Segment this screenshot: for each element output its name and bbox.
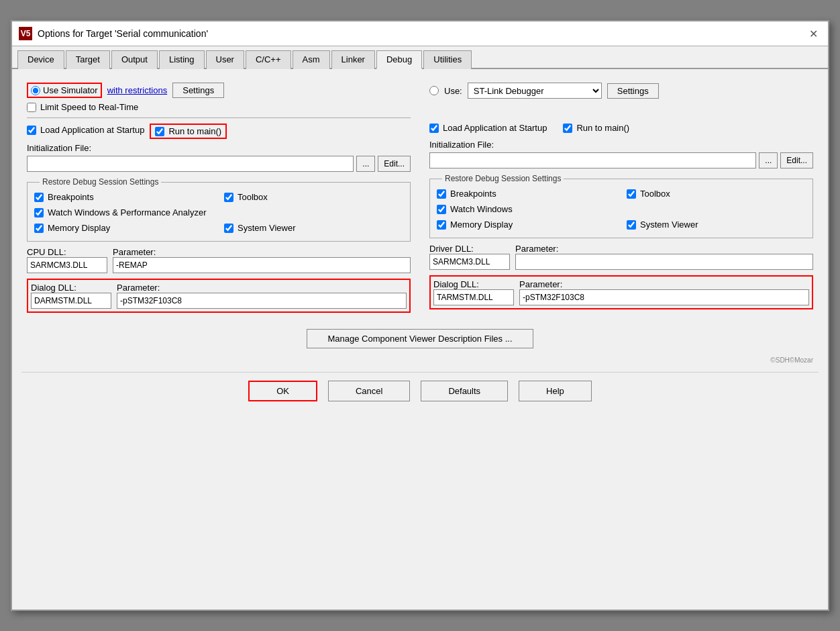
use-simulator-label: Use Simulator <box>43 85 98 95</box>
left-dialog-dll-input[interactable] <box>31 293 111 309</box>
right-restore-checkboxes: Breakpoints Toolbox Watch Windows <box>437 189 806 232</box>
tab-bar: Device Target Output Listing User C/C++ … <box>12 46 828 69</box>
right-use-label: Use: <box>444 86 462 96</box>
right-use-row: Use: ST-Link Debugger Settings <box>429 83 813 99</box>
left-load-app-row: Load Application at Startup <box>27 125 144 135</box>
right-toolbox-label: Toolbox <box>640 189 670 199</box>
left-cpu-dll-label: CPU DLL: <box>27 247 107 257</box>
manage-component-button[interactable]: Manage Component Viewer Description File… <box>307 329 533 348</box>
tab-debug[interactable]: Debug <box>376 50 422 69</box>
with-restrictions-link[interactable]: with restrictions <box>107 85 168 95</box>
right-load-app-checkbox[interactable] <box>429 124 439 133</box>
left-init-file-row: ... Edit... <box>27 156 411 172</box>
help-button[interactable]: Help <box>519 381 592 401</box>
left-browse-button[interactable]: ... <box>356 156 375 172</box>
left-system-viewer-checkbox[interactable] <box>224 224 233 233</box>
left-breakpoints-checkbox[interactable] <box>34 193 44 202</box>
right-driver-dll-label: Driver DLL: <box>429 244 510 254</box>
right-run-to-main-row: Run to main() <box>563 123 629 133</box>
left-panel: Use Simulator with restrictions Settings… <box>21 77 416 318</box>
right-watch-row: Watch Windows <box>437 204 616 214</box>
tab-user[interactable]: User <box>206 50 244 69</box>
left-dialog-param-label: Parameter: <box>117 283 407 293</box>
tab-device[interactable]: Device <box>17 50 64 69</box>
right-debugger-select[interactable]: ST-Link Debugger <box>468 83 602 99</box>
left-init-file-label: Initialization File: <box>27 143 91 153</box>
left-cpu-section: CPU DLL: Parameter: <box>27 247 411 273</box>
right-breakpoints-label: Breakpoints <box>450 189 496 199</box>
tab-target[interactable]: Target <box>66 50 110 69</box>
watermark: ©SDH©Mozar <box>21 355 819 365</box>
tab-output[interactable]: Output <box>111 50 158 69</box>
simulator-row: Use Simulator with restrictions Settings <box>27 83 411 98</box>
left-dialog-dll-label: Dialog DLL: <box>31 283 111 293</box>
left-load-app-label: Load Application at Startup <box>40 125 144 135</box>
left-settings-button[interactable]: Settings <box>172 83 224 98</box>
right-dialog-param-input[interactable] <box>519 289 809 305</box>
tab-asm[interactable]: Asm <box>293 50 330 69</box>
dialog: V5 Options for Target 'Serial communicat… <box>11 20 829 611</box>
close-button[interactable]: ✕ <box>805 26 821 42</box>
manage-section: Manage Component Viewer Description File… <box>21 329 819 348</box>
ok-button[interactable]: OK <box>248 381 317 401</box>
limit-speed-checkbox[interactable] <box>27 103 36 112</box>
right-run-to-main-checkbox[interactable] <box>563 124 572 133</box>
right-init-file-section: Initialization File: ... Edit... <box>429 140 813 168</box>
right-dialog-dll-input[interactable] <box>433 289 514 305</box>
right-dialog-inputs <box>433 289 809 305</box>
limit-speed-label: Limit Speed to Real-Time <box>40 102 138 112</box>
right-driver-dll-input[interactable] <box>429 254 510 270</box>
left-breakpoints-row: Breakpoints <box>34 192 213 202</box>
tab-utilities[interactable]: Utilities <box>423 50 472 69</box>
left-toolbox-checkbox[interactable] <box>224 193 233 202</box>
right-toolbox-checkbox[interactable] <box>627 189 636 199</box>
right-watch-checkbox[interactable] <box>437 205 446 214</box>
left-cpu-dll-input[interactable] <box>27 257 107 273</box>
left-run-to-main-checkbox[interactable] <box>155 127 164 136</box>
right-edit-button[interactable]: Edit... <box>780 152 813 168</box>
left-cpu-labels: CPU DLL: Parameter: <box>27 247 411 257</box>
right-dialog-dll-label: Dialog DLL: <box>433 279 514 289</box>
left-init-file-input[interactable] <box>27 156 354 172</box>
right-driver-param-input[interactable] <box>515 254 813 270</box>
left-load-app-checkbox[interactable] <box>27 126 36 135</box>
right-driver-inputs <box>429 254 813 270</box>
right-init-file-label: Initialization File: <box>429 140 494 150</box>
left-cpu-param-input[interactable] <box>113 257 411 273</box>
two-column-layout: Use Simulator with restrictions Settings… <box>21 77 819 318</box>
right-restore-group: Restore Debug Session Settings Breakpoin… <box>429 174 813 238</box>
left-dialog-inputs <box>31 293 407 309</box>
main-content: Use Simulator with restrictions Settings… <box>12 69 828 418</box>
right-settings-button[interactable]: Settings <box>607 83 659 99</box>
right-system-viewer-label: System Viewer <box>640 220 698 230</box>
right-init-file-input[interactable] <box>429 152 756 168</box>
right-dialog-dll-section: Dialog DLL: Parameter: <box>429 275 813 309</box>
defaults-button[interactable]: Defaults <box>421 381 508 401</box>
right-use-radio[interactable] <box>429 86 439 95</box>
tab-linker[interactable]: Linker <box>331 50 375 69</box>
cancel-button[interactable]: Cancel <box>328 381 410 401</box>
left-dialog-param-input[interactable] <box>117 293 407 309</box>
bottom-buttons: OK Cancel Defaults Help <box>21 372 819 409</box>
right-breakpoints-checkbox[interactable] <box>437 189 446 199</box>
left-edit-button[interactable]: Edit... <box>378 156 411 172</box>
left-run-to-main-label: Run to main() <box>168 126 221 136</box>
right-browse-button[interactable]: ... <box>759 152 778 168</box>
title-bar-left: V5 Options for Target 'Serial communicat… <box>19 27 208 40</box>
tab-cpp[interactable]: C/C++ <box>246 50 291 69</box>
right-load-app-row: Load Application at Startup <box>429 123 547 133</box>
right-run-to-main-label: Run to main() <box>576 123 629 133</box>
left-memory-checkbox[interactable] <box>34 224 44 233</box>
left-cpu-param-label: Parameter: <box>113 247 411 257</box>
right-memory-checkbox[interactable] <box>437 220 446 230</box>
left-watch-checkbox[interactable] <box>34 208 44 217</box>
right-watch-label: Watch Windows <box>450 204 513 214</box>
right-load-app-label: Load Application at Startup <box>443 123 547 133</box>
tab-listing[interactable]: Listing <box>159 50 205 69</box>
left-breakpoints-label: Breakpoints <box>48 192 94 202</box>
limit-speed-row: Limit Speed to Real-Time <box>27 102 411 112</box>
right-dialog-labels: Dialog DLL: Parameter: <box>433 279 809 289</box>
left-system-viewer-label: System Viewer <box>238 223 295 233</box>
right-system-viewer-checkbox[interactable] <box>627 220 636 230</box>
use-simulator-radio[interactable] <box>31 86 40 95</box>
